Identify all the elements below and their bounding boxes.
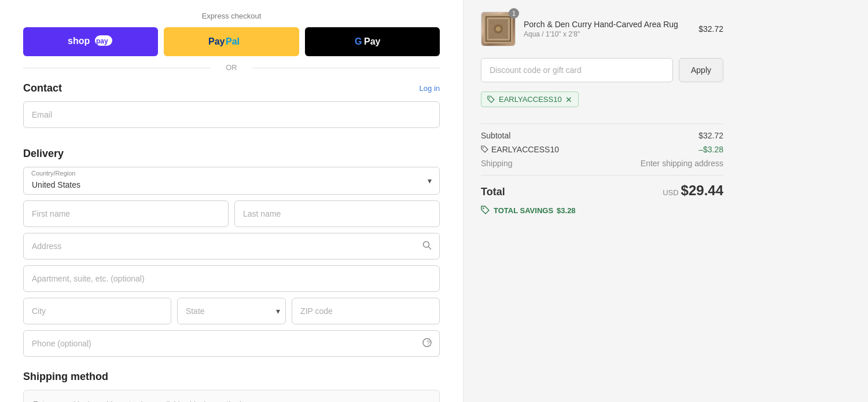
tag-close-icon[interactable]: ✕ — [565, 96, 572, 104]
order-discount-code: EARLYACCESS10 — [491, 145, 559, 154]
svg-text:?: ? — [426, 339, 430, 346]
tag-icon — [481, 145, 489, 154]
shipping-method-info: Enter your shipping address to view avai… — [33, 400, 247, 402]
product-info: Porch & Den Curry Hand-Carved Area Rug A… — [524, 20, 690, 38]
discount-tag: EARLYACCESS10 ✕ — [481, 92, 723, 116]
country-label: Country/Region — [31, 170, 75, 177]
delivery-section: Delivery Country/Region United States ▾ — [23, 148, 440, 357]
country-select[interactable]: United States — [23, 167, 440, 195]
total-currency: USD — [663, 188, 678, 197]
savings-value: $3.28 — [557, 206, 576, 215]
shipping-method-title: Shipping method — [23, 371, 108, 383]
shoppay-button[interactable]: shop pay — [23, 27, 158, 56]
delivery-title: Delivery — [23, 148, 64, 160]
product-variant: Aqua / 1'10" x 2'8" — [524, 30, 690, 38]
shipping-label: Shipping — [481, 159, 513, 168]
phone-wrapper: ? — [23, 330, 440, 357]
express-buttons: shop pay Pay Pal G Pay — [23, 27, 440, 56]
product-price: $32.72 — [698, 24, 723, 34]
svg-line-8 — [429, 247, 431, 249]
state-select[interactable]: State — [177, 298, 286, 324]
gpay-button[interactable]: G Pay — [305, 27, 440, 56]
address-wrapper — [23, 233, 440, 260]
paypal-button[interactable]: Pay Pal — [164, 27, 299, 56]
svg-text:Pal: Pal — [226, 36, 240, 46]
subtotal-value: $32.72 — [698, 131, 723, 140]
zip-field[interactable] — [292, 298, 440, 324]
product-name: Porch & Den Curry Hand-Carved Area Rug — [524, 20, 690, 29]
apply-button[interactable]: Apply — [679, 58, 723, 82]
first-name-field[interactable] — [23, 200, 229, 227]
savings-tag-icon — [481, 206, 490, 215]
state-wrapper: State ▾ — [177, 298, 286, 324]
name-row — [23, 200, 440, 227]
shipping-method-header: Shipping method — [23, 371, 440, 383]
subtotal-row: Subtotal $32.72 — [481, 131, 723, 140]
city-field[interactable] — [23, 298, 171, 324]
last-name-field[interactable] — [234, 200, 440, 227]
shipping-row: Shipping Enter shipping address — [481, 159, 723, 168]
order-discount-label: EARLYACCESS10 — [481, 145, 559, 154]
total-label: Total — [481, 186, 505, 198]
product-quantity-badge: 1 — [509, 8, 519, 19]
shipping-method-box: Enter your shipping address to view avai… — [23, 390, 440, 402]
svg-text:Pay: Pay — [364, 36, 381, 46]
city-state-zip-row: State ▾ — [23, 298, 440, 324]
search-icon — [422, 241, 432, 252]
shoppay-icon: shop pay — [68, 34, 114, 49]
paypal-icon: Pay Pal — [208, 35, 255, 49]
total-amount: $29.44 — [681, 182, 723, 199]
email-field[interactable] — [23, 101, 440, 128]
contact-title: Contact — [23, 82, 62, 94]
svg-point-20 — [483, 207, 484, 209]
delivery-section-header: Delivery — [23, 148, 440, 160]
product-image-wrapper: 1 — [481, 12, 516, 46]
discount-tag-label: EARLYACCESS10 — [499, 95, 562, 104]
log-in-link[interactable]: Log in — [420, 84, 440, 93]
svg-point-18 — [489, 97, 490, 98]
left-panel: Express checkout shop pay Pay Pal — [0, 0, 463, 402]
address-field[interactable] — [23, 233, 440, 260]
discount-row: Apply — [481, 58, 723, 82]
contact-section-header: Contact Log in — [23, 82, 440, 94]
subtotal-label: Subtotal — [481, 131, 510, 140]
total-divider — [481, 175, 723, 176]
order-discount-row: EARLYACCESS10 –$3.28 — [481, 145, 723, 154]
shipping-value: Enter shipping address — [641, 159, 723, 168]
tag-icon — [487, 96, 495, 104]
info-icon[interactable]: ? — [422, 338, 432, 349]
svg-point-19 — [483, 147, 484, 148]
svg-text:G: G — [355, 36, 362, 46]
discount-input[interactable] — [481, 58, 673, 82]
savings-row: TOTAL SAVINGS $3.28 — [481, 206, 723, 215]
shipping-method-section: Shipping method Enter your shipping addr… — [23, 371, 440, 402]
savings-label: TOTAL SAVINGS — [494, 206, 553, 215]
express-checkout-label: Express checkout — [23, 12, 440, 20]
phone-field[interactable] — [23, 330, 440, 357]
svg-text:pay: pay — [96, 37, 108, 45]
apartment-field[interactable] — [23, 265, 440, 292]
gpay-icon: G Pay — [355, 35, 389, 49]
country-select-wrapper: Country/Region United States ▾ — [23, 167, 440, 195]
or-divider: OR — [23, 63, 440, 72]
total-amount-wrapper: USD $29.44 — [663, 182, 723, 199]
order-discount-value: –$3.28 — [698, 145, 723, 154]
svg-text:shop: shop — [68, 36, 90, 46]
summary-divider — [481, 123, 723, 124]
total-row: Total USD $29.44 — [481, 182, 723, 199]
right-panel: 1 Porch & Den Curry Hand-Carved Area Rug… — [463, 0, 741, 402]
svg-text:Pay: Pay — [208, 36, 225, 46]
product-row: 1 Porch & Den Curry Hand-Carved Area Rug… — [481, 12, 723, 46]
